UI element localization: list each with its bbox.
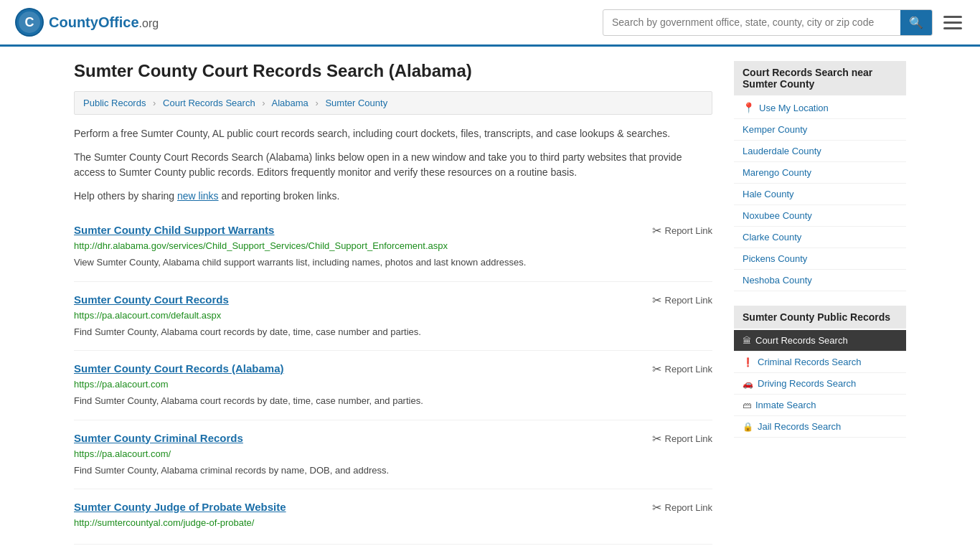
report-link-label-2: Report Link xyxy=(665,364,712,375)
report-link-label-0: Report Link xyxy=(665,225,712,236)
record-title-2[interactable]: Sumter County Court Records (Alabama) xyxy=(74,362,284,375)
search-button[interactable]: 🔍 xyxy=(900,10,932,35)
sidebar-nearby-section: Court Records Search near Sumter County … xyxy=(734,61,906,291)
record-header: Sumter County Court Records ✂ Report Lin… xyxy=(74,293,712,307)
county-label-7: Neshoba County xyxy=(743,275,812,286)
desc-2: The Sumter County Court Records Search (… xyxy=(74,150,712,180)
public-records-label-1: Criminal Records Search xyxy=(758,357,862,367)
sidebar-item-county-2[interactable]: Marengo County xyxy=(734,162,906,184)
use-my-location-label: Use My Location xyxy=(759,103,829,113)
desc-1: Perform a free Sumter County, AL public … xyxy=(74,126,712,141)
breadcrumb-public-records[interactable]: Public Records xyxy=(83,98,146,108)
svg-text:C: C xyxy=(25,15,34,29)
sidebar-public-records-item-2[interactable]: 🚗Driving Records Search xyxy=(734,373,906,395)
county-label-0: Kemper County xyxy=(743,124,807,135)
breadcrumb-sep-3: › xyxy=(315,98,318,108)
report-link-4[interactable]: ✂ Report Link xyxy=(652,501,712,514)
sidebar-item-county-3[interactable]: Hale County xyxy=(734,184,906,205)
breadcrumb-sumter-county[interactable]: Sumter County xyxy=(325,98,387,108)
record-header: Sumter County Judge of Probate Website ✂… xyxy=(74,501,712,514)
logo[interactable]: C CountyOffice.org xyxy=(14,7,159,37)
sidebar-item-county-4[interactable]: Noxubee County xyxy=(734,205,906,227)
sidebar-public-records-item-0[interactable]: 🏛Court Records Search xyxy=(734,330,906,352)
sidebar-public-records-item-1[interactable]: ❗Criminal Records Search xyxy=(734,352,906,373)
search-input[interactable] xyxy=(603,11,900,34)
sidebar-item-county-7[interactable]: Neshoba County xyxy=(734,270,906,291)
hamburger-menu-button[interactable] xyxy=(940,12,966,33)
sidebar-public-records-heading: Sumter County Public Records xyxy=(734,306,906,329)
record-title-4[interactable]: Sumter County Judge of Probate Website xyxy=(74,501,286,513)
report-icon-1: ✂ xyxy=(652,293,661,307)
record-url-1: https://pa.alacourt.com/default.aspx xyxy=(74,310,712,321)
records-container: Sumter County Child Support Warrants ✂ R… xyxy=(74,212,712,545)
county-label-6: Pickens County xyxy=(743,253,807,264)
record-desc-3: Find Sumter County, Alabama criminal rec… xyxy=(74,463,712,478)
record-desc-0: View Sumter County, Alabama child suppor… xyxy=(74,255,712,270)
report-icon-2: ✂ xyxy=(652,362,661,376)
public-records-label-0: Court Records Search xyxy=(755,335,848,346)
breadcrumb-sep-1: › xyxy=(153,98,156,108)
content-area: Sumter County Court Records Search (Alab… xyxy=(74,61,712,545)
desc-3: Help others by sharing new links and rep… xyxy=(74,189,712,204)
report-link-label-1: Report Link xyxy=(665,295,712,306)
record-desc-2: Find Sumter County, Alabama court record… xyxy=(74,394,712,408)
public-records-icon-4: 🔒 xyxy=(743,422,753,432)
public-records-label-4: Jail Records Search xyxy=(758,421,841,432)
public-records-icon-2: 🚗 xyxy=(743,379,753,389)
record-header: Sumter County Child Support Warrants ✂ R… xyxy=(74,224,712,237)
main-container: Sumter County Court Records Search (Alab… xyxy=(60,47,920,551)
record-entry: Sumter County Child Support Warrants ✂ R… xyxy=(74,212,712,282)
county-label-1: Lauderdale County xyxy=(743,146,821,156)
breadcrumb-court-records-search[interactable]: Court Records Search xyxy=(163,98,255,108)
report-link-0[interactable]: ✂ Report Link xyxy=(652,224,712,237)
hamburger-line-1 xyxy=(943,16,962,18)
record-header: Sumter County Court Records (Alabama) ✂ … xyxy=(74,362,712,376)
record-title-3[interactable]: Sumter County Criminal Records xyxy=(74,432,243,444)
site-header: C CountyOffice.org 🔍 xyxy=(0,0,980,47)
sidebar-item-county-6[interactable]: Pickens County xyxy=(734,248,906,270)
logo-icon: C xyxy=(14,7,44,37)
sidebar-item-county-5[interactable]: Clarke County xyxy=(734,227,906,248)
public-records-icon-0: 🏛 xyxy=(743,336,751,346)
public-records-label-3: Inmate Search xyxy=(755,400,816,410)
record-entry: Sumter County Criminal Records ✂ Report … xyxy=(74,420,712,490)
sidebar-nearby-list: 📍 Use My Location Kemper CountyLauderdal… xyxy=(734,97,906,291)
record-url-0: http://dhr.alabama.gov/services/Child_Su… xyxy=(74,240,712,251)
report-link-label-4: Report Link xyxy=(665,502,712,513)
report-link-label-3: Report Link xyxy=(665,433,712,444)
record-header: Sumter County Criminal Records ✂ Report … xyxy=(74,432,712,446)
hamburger-line-2 xyxy=(943,22,962,24)
report-link-3[interactable]: ✂ Report Link xyxy=(652,432,712,446)
report-link-1[interactable]: ✂ Report Link xyxy=(652,293,712,307)
breadcrumb-sep-2: › xyxy=(262,98,265,108)
record-url-4: http://sumtercountyal.com/judge-of-proba… xyxy=(74,517,712,528)
sidebar-public-records-section: Sumter County Public Records 🏛Court Reco… xyxy=(734,306,906,438)
sidebar-nearby-heading: Court Records Search near Sumter County xyxy=(734,61,906,95)
report-link-2[interactable]: ✂ Report Link xyxy=(652,362,712,376)
new-links-link[interactable]: new links xyxy=(177,190,219,202)
sidebar-public-records-item-3[interactable]: 🗃Inmate Search xyxy=(734,395,906,416)
public-records-icon-3: 🗃 xyxy=(743,400,751,410)
record-url-2: https://pa.alacourt.com xyxy=(74,379,712,390)
breadcrumb: Public Records › Court Records Search › … xyxy=(74,91,712,115)
record-entry: Sumter County Court Records (Alabama) ✂ … xyxy=(74,351,712,420)
page-title: Sumter County Court Records Search (Alab… xyxy=(74,61,712,81)
record-title-1[interactable]: Sumter County Court Records xyxy=(74,293,229,306)
record-title-0[interactable]: Sumter County Child Support Warrants xyxy=(74,224,274,236)
county-label-3: Hale County xyxy=(743,189,794,199)
sidebar-use-my-location[interactable]: 📍 Use My Location xyxy=(734,97,906,119)
county-label-5: Clarke County xyxy=(743,232,801,242)
sidebar-item-county-0[interactable]: Kemper County xyxy=(734,119,906,141)
sidebar-public-records-item-4[interactable]: 🔒Jail Records Search xyxy=(734,416,906,438)
record-entry: Sumter County Court Records ✂ Report Lin… xyxy=(74,282,712,352)
record-entry: Sumter County Judge of Probate Website ✂… xyxy=(74,489,712,545)
sidebar: Court Records Search near Sumter County … xyxy=(734,61,906,545)
report-icon-0: ✂ xyxy=(652,224,661,237)
county-label-4: Noxubee County xyxy=(743,210,812,221)
public-records-icon-1: ❗ xyxy=(743,357,753,367)
record-url-3: https://pa.alacourt.com/ xyxy=(74,448,712,459)
record-desc-1: Find Sumter County, Alabama court record… xyxy=(74,325,712,339)
breadcrumb-alabama[interactable]: Alabama xyxy=(272,98,308,108)
header-right: 🔍 xyxy=(603,9,966,36)
sidebar-item-county-1[interactable]: Lauderdale County xyxy=(734,141,906,162)
